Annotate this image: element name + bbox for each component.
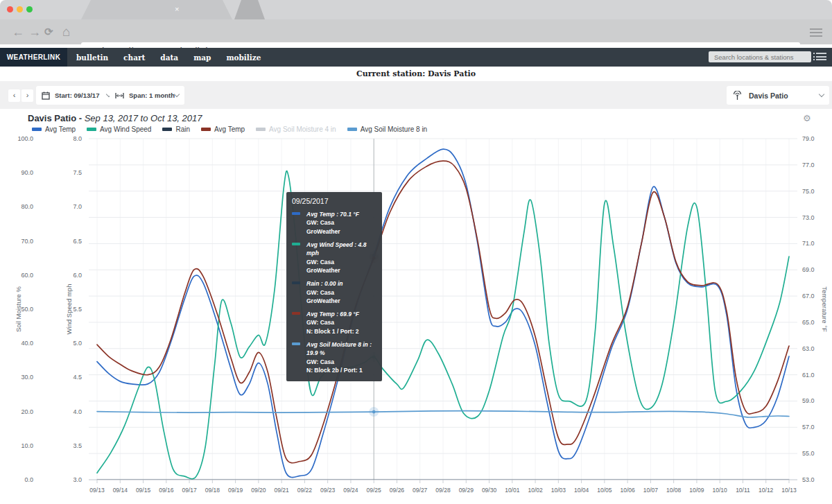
svg-text:10/11: 10/11 [736,487,750,494]
svg-text:57.0: 57.0 [802,424,815,431]
station-selector-dropdown[interactable]: Davis Patio [727,86,829,105]
legend-label: Avg Temp [45,125,76,133]
start-date-dropdown[interactable]: Start: 09/13/17 [36,86,116,105]
svg-text:10/04: 10/04 [574,487,589,494]
browser-tab[interactable] [81,0,232,19]
svg-text:80.0: 80.0 [21,203,33,210]
gear-icon[interactable]: ⚙ [803,113,811,123]
svg-text:71.0: 71.0 [802,240,815,247]
chart-title-station: Davis Patio - [28,113,82,123]
chart-title-range: Sep 13, 2017 to Oct 13, 2017 [85,113,202,123]
svg-text:10.0: 10.0 [21,442,33,449]
legend-label: Avg Soil Moisture 8 in [361,125,428,133]
svg-text:65.0: 65.0 [802,319,815,326]
svg-text:73.0: 73.0 [802,214,815,221]
weatherlink-logo[interactable]: WEATHERLINK [0,48,67,67]
maximize-window-button[interactable] [26,6,33,12]
svg-text:09/15: 09/15 [136,487,151,494]
chart-plot[interactable]: 79.077.075.073.071.069.067.065.063.061.0… [0,133,832,504]
minimize-window-button[interactable] [17,6,23,12]
close-window-button[interactable] [7,6,13,12]
svg-text:10/08: 10/08 [666,487,682,494]
nav-menu: bulletin chart data map mobilize [76,48,276,67]
chevron-down-icon [174,92,180,97]
nav-item-chart[interactable]: chart [123,53,145,62]
svg-text:30.0: 30.0 [21,374,33,381]
nav-item-data[interactable]: data [160,53,178,62]
legend-item[interactable]: Avg Temp [201,125,245,133]
browser-menu-icon[interactable] [810,28,822,39]
nav-item-bulletin[interactable]: bulletin [76,53,108,62]
tooltip-entry: Avg Wind Speed : 4.8 mphGW: CasaGroWeath… [292,241,376,275]
svg-text:10/13: 10/13 [781,487,797,494]
span-dropdown[interactable]: Span: 1 month [110,86,184,105]
svg-text:09/13: 09/13 [89,487,105,494]
chart-control-bar: ‹ › Start: 09/13/17 Span: 1 month [0,81,832,109]
svg-text:Wind Speed mph: Wind Speed mph [65,284,73,335]
svg-text:09/28: 09/28 [435,487,451,494]
tooltip-swatch [292,243,300,245]
svg-text:10/02: 10/02 [528,487,543,494]
svg-text:77.0: 77.0 [802,162,815,168]
svg-text:50.0: 50.0 [21,306,33,313]
legend-item[interactable]: Avg Temp [32,125,76,133]
svg-text:40.0: 40.0 [21,340,33,347]
svg-text:10/07: 10/07 [643,487,659,494]
svg-text:53.0: 53.0 [802,476,815,483]
nav-item-mobilize[interactable]: mobilize [226,53,261,62]
svg-text:60.0: 60.0 [21,272,33,279]
svg-text:0.0: 0.0 [24,476,33,483]
svg-text:09/21: 09/21 [274,487,289,494]
current-station-bar: Current station: Davis Patio [0,67,832,81]
svg-text:Temperature °F: Temperature °F [821,286,829,332]
svg-text:63.0: 63.0 [802,345,815,352]
home-icon[interactable]: ⌂ [62,19,70,44]
span-label: Span: 1 month [129,92,175,99]
new-tab-button[interactable] [234,0,265,19]
legend-swatch [87,128,96,131]
nav-item-map[interactable]: map [193,53,211,62]
legend-swatch [347,128,357,131]
legend-item[interactable]: Avg Soil Moisture 8 in [347,125,428,133]
legend-swatch [32,128,42,131]
legend-item[interactable]: Avg Soil Moisture 4 in [256,125,336,133]
tab-close-icon[interactable]: × [175,5,179,14]
svg-text:09/18: 09/18 [205,487,220,494]
station-list-icon[interactable] [816,53,826,62]
svg-text:61.0: 61.0 [802,372,815,379]
legend-item[interactable]: Avg Wind Speed [87,125,151,133]
svg-text:5.5: 5.5 [73,306,82,313]
svg-text:70.0: 70.0 [21,238,33,245]
svg-text:67.0: 67.0 [802,293,815,299]
svg-text:09/29: 09/29 [459,487,474,494]
reload-icon[interactable]: ⟳ [44,19,53,44]
legend-item[interactable]: Rain [162,125,190,133]
svg-text:7.0: 7.0 [73,203,82,210]
svg-text:8.0: 8.0 [73,135,82,142]
svg-text:09/30: 09/30 [482,487,497,494]
svg-text:10/05: 10/05 [597,487,612,494]
back-icon[interactable]: ← [12,19,24,44]
browser-window: × ← → ⟳ ⌂ https://www.weatherlink.com WE… [0,0,832,504]
svg-text:10/01: 10/01 [505,487,520,494]
svg-text:4.0: 4.0 [73,408,82,415]
legend-swatch [201,128,211,131]
search-input[interactable] [709,51,811,62]
svg-text:10/06: 10/06 [620,487,635,494]
next-period-button[interactable]: › [21,89,33,102]
tooltip-swatch [292,312,300,315]
forward-icon[interactable]: → [28,19,41,44]
svg-text:10/09: 10/09 [689,487,704,494]
prev-period-button[interactable]: ‹ [8,89,20,102]
svg-text:3.0: 3.0 [73,476,82,483]
legend-label: Avg Soil Moisture 4 in [269,125,336,133]
site-navbar: WEATHERLINK bulletin chart data map mobi… [0,48,832,67]
svg-text:69.0: 69.0 [802,266,815,273]
highlight-point [372,410,376,414]
start-date-label: Start: 09/13/17 [55,92,99,99]
svg-text:09/17: 09/17 [182,487,197,494]
tooltip-entry: Avg Temp : 69.9 °FGW: CasaN: Block 1 / P… [292,310,376,336]
chart-legend: Avg TempAvg Wind SpeedRainAvg TempAvg So… [32,125,438,133]
svg-text:5.0: 5.0 [73,340,82,347]
svg-text:09/14: 09/14 [113,487,128,494]
